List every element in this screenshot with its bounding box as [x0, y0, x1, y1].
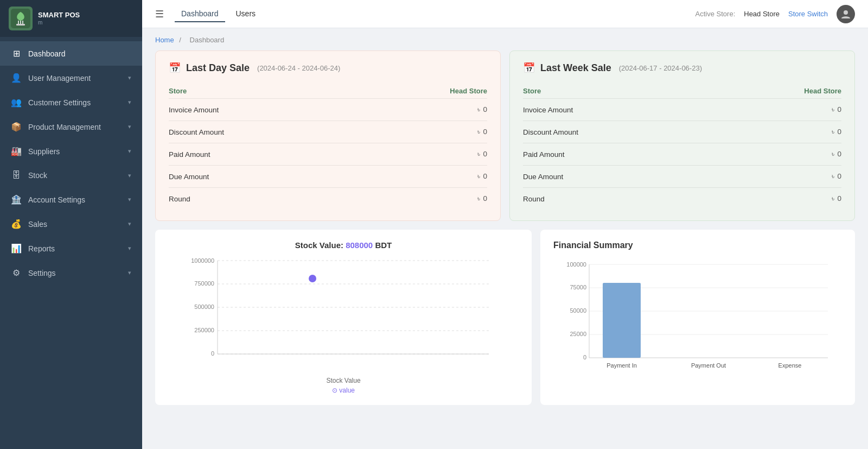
svg-text:750000: 750000 — [194, 280, 214, 287]
cards-row: 📅 Last Day Sale (2024-06-24 - 2024-06-24… — [155, 50, 855, 221]
financial-summary-title: Financial Summary — [553, 241, 842, 250]
last-day-sale-date: (2024-06-24 - 2024-06-24) — [257, 64, 340, 72]
avatar[interactable] — [837, 5, 855, 23]
last-week-sale-header: 📅 Last Week Sale (2024-06-17 - 2024-06-2… — [523, 62, 841, 74]
sidebar-item-user-management[interactable]: 👤 User Management ▾ — [0, 66, 142, 90]
row-label: Due Amount — [523, 166, 713, 188]
table-row: Invoice Amount ৳ 0 — [169, 99, 487, 121]
table-row: Due Amount ৳ 0 — [169, 166, 487, 188]
last-week-sale-title: Last Week Sale — [540, 62, 611, 74]
svg-text:75000: 75000 — [570, 284, 586, 290]
sidebar-label-sales: Sales — [28, 220, 47, 229]
chevron-icon: ▾ — [128, 99, 131, 106]
sidebar-item-reports[interactable]: 📊 Reports ▾ — [0, 236, 142, 261]
suppliers-icon: 🏭 — [11, 146, 22, 156]
breadcrumb-home[interactable]: Home — [155, 36, 174, 44]
svg-point-2 — [844, 10, 848, 15]
breadcrumb: Home / Dashboard — [142, 28, 868, 48]
sidebar-item-dashboard[interactable]: ⊞ Dashboard — [0, 41, 142, 66]
dashboard-icon: ⊞ — [11, 48, 22, 59]
financial-summary-card: Financial Summary 100000 75000 50000 250… — [540, 230, 855, 405]
sidebar-item-suppliers[interactable]: 🏭 Suppliers ▾ — [0, 139, 142, 163]
sidebar-label-account-settings: Account Settings — [28, 195, 85, 204]
svg-text:Payment Out: Payment Out — [691, 362, 726, 369]
product-management-icon: 📦 — [11, 122, 22, 132]
sidebar-label-settings: Settings — [28, 269, 56, 277]
table-row: Invoice Amount ৳ 0 — [523, 99, 841, 121]
row-value: ৳ 0 — [359, 121, 487, 143]
stock-chart-x-label: Stock Value — [168, 377, 519, 384]
chevron-icon: ▾ — [128, 172, 131, 179]
stock-chart-area: 1000000 750000 500000 250000 0 — [174, 255, 513, 375]
svg-text:50000: 50000 — [570, 307, 586, 314]
stock-chart-legend: ⊙ value — [168, 387, 519, 394]
row-value: ৳ 0 — [713, 99, 841, 121]
row-label: Discount Amount — [169, 121, 359, 143]
store-col-header: Store — [169, 84, 359, 99]
sidebar-item-stock[interactable]: 🗄 Stock ▾ — [0, 163, 142, 187]
row-label: Paid Amount — [169, 143, 359, 166]
hamburger-icon[interactable]: ☰ — [155, 8, 164, 20]
sidebar-label-stock: Stock — [28, 171, 47, 180]
user-management-icon: 👤 — [11, 73, 22, 83]
sidebar-item-customer-settings[interactable]: 👥 Customer Settings ▾ — [0, 90, 142, 115]
main-content: 📅 Last Day Sale (2024-06-24 - 2024-06-24… — [142, 48, 868, 449]
breadcrumb-separator: / — [179, 36, 181, 44]
sidebar: SMART POS m ⊞ Dashboard 👤 User Managemen… — [0, 0, 142, 449]
sidebar-label-suppliers: Suppliers — [28, 147, 60, 156]
svg-rect-27 — [603, 283, 641, 358]
header-tabs: Dashboard Users — [175, 6, 262, 22]
sidebar-item-account-settings[interactable]: 🏦 Account Settings ▾ — [0, 187, 142, 212]
sidebar-label-dashboard: Dashboard — [28, 49, 66, 58]
svg-text:1000000: 1000000 — [191, 257, 214, 264]
last-day-sale-title: Last Day Sale — [186, 62, 250, 74]
row-value: ৳ 0 — [713, 166, 841, 188]
svg-text:25000: 25000 — [570, 331, 586, 337]
customer-settings-icon: 👥 — [11, 97, 22, 107]
last-week-sale-card: 📅 Last Week Sale (2024-06-17 - 2024-06-2… — [509, 50, 855, 221]
last-week-sale-date: (2024-06-17 - 2024-06-23) — [619, 64, 702, 72]
table-row: Round ৳ 0 — [169, 188, 487, 210]
calendar-icon: 📅 — [169, 62, 181, 74]
header-right: Active Store: Head Store Store Switch — [695, 5, 855, 23]
logo-area: SMART POS m — [0, 0, 142, 37]
chevron-icon: ▾ — [128, 220, 131, 227]
row-value: ৳ 0 — [713, 143, 841, 166]
sidebar-label-reports: Reports — [28, 244, 55, 253]
logo-icon — [9, 7, 33, 30]
row-value: ৳ 0 — [359, 143, 487, 166]
tab-users[interactable]: Users — [229, 6, 263, 22]
financial-chart-area: 100000 75000 50000 25000 0 — [553, 259, 842, 378]
bottom-row: Stock Value: 808000 BDT 1000000 750000 5… — [155, 230, 855, 405]
svg-text:Expense: Expense — [778, 362, 802, 369]
sidebar-nav: ⊞ Dashboard 👤 User Management ▾ 👥 Custom… — [0, 37, 142, 449]
stock-value-number: 808000 — [346, 241, 373, 250]
last-week-sale-table: Store Head Store Invoice Amount ৳ 0 Disc… — [523, 84, 841, 210]
chevron-icon: ▾ — [128, 196, 131, 203]
svg-text:0: 0 — [211, 350, 214, 357]
svg-text:250000: 250000 — [194, 327, 214, 333]
stock-chart-title: Stock Value: 808000 BDT — [168, 241, 519, 250]
sidebar-label-product-management: Product Management — [28, 123, 101, 131]
breadcrumb-current: Dashboard — [190, 36, 225, 44]
calendar-week-icon: 📅 — [523, 62, 535, 74]
sidebar-item-product-management[interactable]: 📦 Product Management ▾ — [0, 115, 142, 139]
sidebar-label-customer-settings: Customer Settings — [28, 98, 91, 107]
table-row: Paid Amount ৳ 0 — [169, 143, 487, 166]
table-row: Due Amount ৳ 0 — [523, 166, 841, 188]
chevron-icon: ▾ — [128, 148, 131, 155]
sidebar-item-sales[interactable]: 💰 Sales ▾ — [0, 212, 142, 236]
reports-icon: 📊 — [11, 243, 22, 254]
row-label: Invoice Amount — [523, 99, 713, 121]
sidebar-item-settings[interactable]: ⚙ Settings ▾ — [0, 261, 142, 285]
last-day-sale-card: 📅 Last Day Sale (2024-06-24 - 2024-06-24… — [155, 50, 501, 221]
main-area: ☰ Dashboard Users Active Store: Head Sto… — [142, 0, 868, 449]
table-row: Paid Amount ৳ 0 — [523, 143, 841, 166]
row-value: ৳ 0 — [359, 99, 487, 121]
tab-dashboard[interactable]: Dashboard — [175, 6, 225, 22]
row-label: Round — [169, 188, 359, 210]
store-switch-button[interactable]: Store Switch — [788, 10, 828, 18]
account-settings-icon: 🏦 — [11, 194, 22, 205]
head-store-header-week: Head Store — [713, 84, 841, 99]
row-label: Due Amount — [169, 166, 359, 188]
